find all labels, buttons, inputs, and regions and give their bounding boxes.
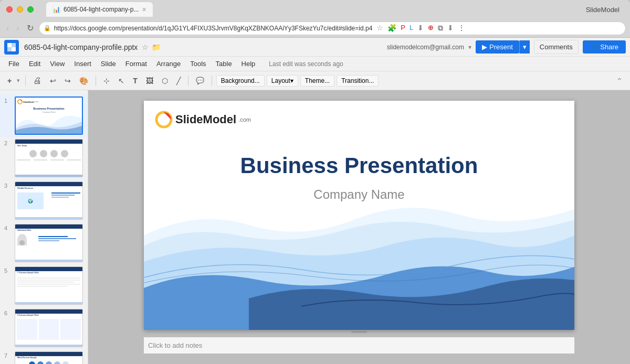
line-tool[interactable]: ╱ bbox=[173, 74, 184, 87]
slide-thumb-3[interactable]: Global Services 🌍 bbox=[15, 181, 83, 220]
menu-arrange[interactable]: Arrange bbox=[152, 58, 185, 69]
menu-table[interactable]: Table bbox=[212, 58, 236, 69]
menu-icon[interactable]: ⋮ bbox=[458, 24, 465, 33]
menu-edit[interactable]: Edit bbox=[25, 58, 45, 69]
toolbar-collapse-button[interactable]: ⌃ bbox=[613, 74, 626, 87]
present-button[interactable]: ▶ Present bbox=[476, 40, 519, 53]
image-tool[interactable]: 🖼 bbox=[143, 74, 156, 87]
slide-item-1[interactable]: 1 SlideModel.com Business Presentation bbox=[0, 94, 88, 137]
slide-item-2[interactable]: 2 Our Team bbox=[0, 137, 88, 179]
menu-slide[interactable]: Slide bbox=[97, 58, 120, 69]
browser-tab[interactable]: 📊 6085-04-light-company-p... × bbox=[46, 2, 153, 17]
menu-help[interactable]: Help bbox=[237, 58, 260, 69]
extensions-icon[interactable]: 🧩 bbox=[387, 24, 396, 33]
shapes-tool[interactable]: ⬡ bbox=[159, 74, 171, 87]
app-title-bar: 6085-04-light-company-profile.pptx ☆ 📁 s… bbox=[0, 38, 630, 57]
slide-number-3: 3 bbox=[4, 181, 12, 189]
minimize-window-button[interactable] bbox=[17, 6, 23, 13]
slide-thumb-5[interactable]: 7 Columns Sample Slide bbox=[15, 266, 83, 305]
editing-area: SlideModel.com Business Presentation Com… bbox=[88, 90, 630, 364]
print-button[interactable]: 🖨 bbox=[30, 74, 45, 88]
slide-logo: SlideModel.com bbox=[154, 110, 251, 129]
text-tool[interactable]: T bbox=[130, 74, 141, 87]
menu-insert[interactable]: Insert bbox=[70, 58, 96, 69]
paint-format-button[interactable]: 🎨 bbox=[76, 74, 91, 87]
slide-item-5[interactable]: 5 7 Columns Sample Slide bbox=[0, 264, 88, 307]
tab-bar: 📊 6085-04-light-company-p... × bbox=[46, 2, 582, 17]
menu-tools[interactable]: Tools bbox=[186, 58, 210, 69]
slide-thumb-4[interactable]: Individual Skills bbox=[15, 224, 83, 262]
browser-titlebar: 📊 6085-04-light-company-p... × SlideMode… bbox=[0, 0, 630, 19]
download-icon[interactable]: ⬇ bbox=[417, 24, 424, 33]
reload-button[interactable]: ↻ bbox=[25, 22, 36, 34]
forward-button[interactable]: › bbox=[14, 23, 21, 34]
slide-canvas[interactable]: SlideModel.com Business Presentation Com… bbox=[144, 101, 574, 330]
slide-item-4[interactable]: 4 Individual Skills bbox=[0, 222, 88, 264]
folder-icon[interactable]: 📁 bbox=[152, 43, 161, 51]
slide-item-6[interactable]: 6 3 Columns Sample Slide bbox=[0, 307, 88, 349]
tab-title: 6085-04-light-company-p... bbox=[64, 6, 139, 13]
toolbar-separator-4 bbox=[212, 76, 212, 86]
share-button[interactable]: 👤 Share bbox=[583, 40, 626, 53]
undo-button[interactable]: ↩ bbox=[47, 74, 59, 87]
slide-number-5: 5 bbox=[4, 266, 12, 274]
slide-thumb-6[interactable]: 3 Columns Sample Slide bbox=[15, 309, 83, 347]
address-bar[interactable]: 🔒 https://docs.google.com/presentation/d… bbox=[39, 22, 626, 35]
notes-area[interactable]: Click to add notes bbox=[144, 337, 574, 354]
slide-thumb-7[interactable]: Work Process Sample bbox=[15, 351, 83, 364]
svg-rect-0 bbox=[7, 43, 12, 47]
slide-item-7[interactable]: 7 Work Process Sample bbox=[0, 349, 88, 364]
theme-button[interactable]: Theme... bbox=[300, 75, 334, 87]
cursor-tool[interactable]: ↖ bbox=[115, 74, 128, 87]
slidemodel-com: .com bbox=[238, 116, 251, 123]
file-icons: ☆ 📁 bbox=[142, 43, 161, 51]
menu-format[interactable]: Format bbox=[121, 58, 151, 69]
back-button[interactable]: ‹ bbox=[4, 23, 11, 34]
notes-placeholder: Click to add notes bbox=[148, 341, 202, 349]
zoom-separator: ▾ bbox=[16, 77, 21, 84]
user-email: slidemodelcom@gmail.com bbox=[387, 44, 464, 51]
menu-view[interactable]: View bbox=[46, 58, 69, 69]
background-button[interactable]: Background... bbox=[216, 75, 265, 87]
star-icon[interactable]: ☆ bbox=[376, 24, 383, 33]
pinterest-icon[interactable]: P bbox=[401, 24, 405, 33]
toolbar-separator-1 bbox=[25, 76, 26, 86]
star-file-icon[interactable]: ☆ bbox=[142, 43, 149, 51]
layout-button[interactable]: Layout▾ bbox=[267, 75, 298, 87]
comments-button[interactable]: Comments bbox=[534, 40, 579, 54]
svg-rect-1 bbox=[12, 43, 16, 47]
svg-rect-2 bbox=[7, 47, 12, 51]
layers-icon[interactable]: ⧉ bbox=[438, 24, 443, 33]
buffer-icon[interactable]: L bbox=[410, 24, 413, 33]
slide-thumb-1[interactable]: SlideModel.com Business Presentation Com… bbox=[15, 97, 83, 135]
scroll-handle[interactable] bbox=[351, 331, 367, 333]
tab-close-icon[interactable]: × bbox=[142, 5, 146, 14]
main-content: 1 SlideModel.com Business Presentation bbox=[0, 90, 630, 364]
toolbar: + ▾ 🖨 ↩ ↪ 🎨 ⊹ ↖ T 🖼 ⬡ ╱ 💬 Background... … bbox=[0, 71, 630, 90]
user-dropdown-icon[interactable]: ▾ bbox=[468, 44, 471, 51]
transition-button[interactable]: Transition... bbox=[337, 75, 379, 87]
menu-bar: File Edit View Insert Slide Format Arran… bbox=[0, 57, 630, 71]
slide-number-6: 6 bbox=[4, 309, 12, 316]
slide-number-1: 1 bbox=[4, 97, 12, 104]
share-person-icon: 👤 bbox=[590, 43, 598, 51]
close-window-button[interactable] bbox=[6, 6, 13, 13]
redo-button[interactable]: ↪ bbox=[61, 74, 74, 87]
app-area: 6085-04-light-company-profile.pptx ☆ 📁 s… bbox=[0, 38, 630, 364]
comment-tool[interactable]: 💬 bbox=[193, 74, 207, 87]
slide-item-3[interactable]: 3 Global Services 🌍 bbox=[0, 179, 88, 222]
present-button-group: ▶ Present ▾ bbox=[476, 40, 530, 53]
bookmark-icon[interactable]: ⬇ bbox=[447, 24, 454, 33]
svg-rect-3 bbox=[12, 47, 16, 51]
zoom-in-button[interactable]: + bbox=[4, 74, 15, 87]
slide-number-7: 7 bbox=[4, 351, 12, 359]
select-tool[interactable]: ⊹ bbox=[100, 74, 113, 87]
slide-thumb-2[interactable]: Our Team bbox=[15, 139, 83, 177]
lastpass-icon[interactable]: ⊕ bbox=[428, 24, 434, 33]
slide-1-preview: SlideModel.com Business Presentation Com… bbox=[16, 98, 82, 134]
maximize-window-button[interactable] bbox=[27, 6, 34, 13]
menu-file[interactable]: File bbox=[4, 58, 24, 69]
app-logo bbox=[4, 40, 19, 55]
url-text: https://docs.google.com/presentation/d/1… bbox=[54, 25, 373, 32]
present-dropdown-button[interactable]: ▾ bbox=[519, 40, 530, 53]
